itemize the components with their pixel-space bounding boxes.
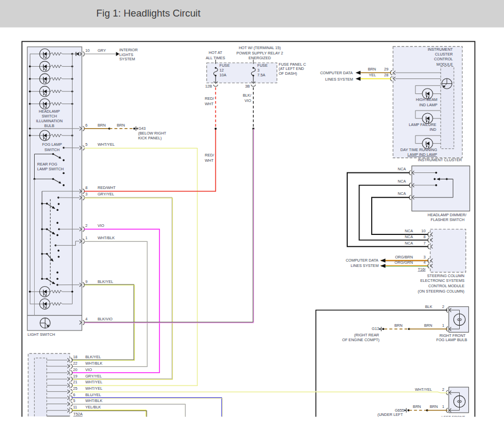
svg-text:4: 4 — [423, 260, 426, 265]
svg-text:WHT: WHT — [205, 158, 214, 163]
svg-text:BRN: BRN — [430, 404, 438, 409]
svg-text:20: 20 — [73, 367, 77, 372]
svg-text:21: 21 — [73, 380, 77, 384]
svg-text:10: 10 — [85, 48, 90, 53]
svg-text:BLK/VIO: BLK/VIO — [98, 317, 113, 321]
svg-text:YEL: YEL — [369, 73, 376, 77]
svg-text:BLK/: BLK/ — [243, 93, 251, 98]
svg-text:MODULE: MODULE — [436, 62, 453, 67]
svg-text:HEADLAMP: HEADLAMP — [39, 109, 60, 114]
svg-text:NCA: NCA — [398, 167, 406, 171]
svg-text:WHT/YEL: WHT/YEL — [85, 380, 102, 384]
svg-text:RED/: RED/ — [205, 153, 214, 158]
svg-text:(UNDER LEFT: (UNDER LEFT — [378, 412, 403, 417]
svg-text:3: 3 — [85, 192, 87, 196]
svg-text:HOT W/ (TERMINAL 15): HOT W/ (TERMINAL 15) — [239, 45, 281, 50]
svg-text:OF DASH): OF DASH) — [279, 71, 297, 76]
svg-text:BULB: BULB — [44, 123, 54, 128]
svg-text:6: 6 — [73, 392, 75, 397]
svg-text:19: 19 — [73, 374, 77, 379]
svg-text:2: 2 — [85, 223, 87, 228]
svg-text:ENERGIZED: ENERGIZED — [249, 56, 271, 60]
svg-text:FUSE: FUSE — [220, 63, 230, 68]
svg-text:INTERIOR: INTERIOR — [119, 48, 138, 52]
svg-text:FLASHER SWITCH: FLASHER SWITCH — [431, 217, 465, 222]
svg-text:GRY: GRY — [98, 48, 106, 53]
svg-text:3: 3 — [258, 68, 260, 73]
svg-text:NCA: NCA — [398, 191, 406, 196]
svg-text:7: 7 — [423, 241, 426, 246]
svg-text:28: 28 — [384, 73, 388, 77]
svg-text:GRY/YEL: GRY/YEL — [85, 374, 102, 379]
svg-text:29: 29 — [384, 67, 388, 72]
svg-text:INSTRUMENT: INSTRUMENT — [428, 47, 453, 52]
svg-text:NCA: NCA — [405, 234, 413, 239]
svg-text:DAY TIME RUNNING: DAY TIME RUNNING — [401, 147, 437, 152]
svg-text:25: 25 — [73, 386, 77, 391]
svg-text:ORG/BRN: ORG/BRN — [395, 255, 413, 259]
svg-text:NCA: NCA — [398, 179, 406, 184]
svg-text:LAMP IND LAMP: LAMP IND LAMP — [407, 152, 437, 157]
svg-text:WHT: WHT — [205, 101, 214, 106]
svg-text:RED/WHT: RED/WHT — [98, 185, 116, 190]
svg-text:LINES SYSTEM: LINES SYSTEM — [325, 77, 353, 82]
svg-text:VIO: VIO — [98, 223, 105, 228]
svg-text:LAMP SWITCH: LAMP SWITCH — [37, 167, 64, 171]
svg-text:ELECTRONIC SYSTEMS: ELECTRONIC SYSTEMS — [420, 278, 465, 283]
svg-text:12: 12 — [220, 68, 224, 73]
svg-text:11: 11 — [73, 405, 77, 410]
svg-text:BRN: BRN — [98, 123, 106, 128]
svg-text:BRN: BRN — [413, 404, 421, 409]
svg-text:RED/: RED/ — [205, 96, 214, 101]
svg-text:BRN: BRN — [117, 123, 125, 128]
svg-text:8: 8 — [423, 234, 426, 239]
svg-text:FUSE: FUSE — [258, 63, 268, 68]
svg-text:BLK: BLK — [425, 304, 433, 309]
svg-text:YEL/BLK: YEL/BLK — [85, 405, 101, 410]
svg-text:WHT/YEL: WHT/YEL — [98, 142, 115, 147]
svg-text:NCA: NCA — [405, 229, 413, 233]
svg-text:HOT AT: HOT AT — [209, 50, 222, 55]
svg-text:KICK PANEL): KICK PANEL) — [138, 136, 162, 140]
svg-text:BLU/YEL: BLU/YEL — [85, 392, 101, 397]
svg-text:18: 18 — [73, 355, 77, 359]
svg-text:VIO: VIO — [85, 367, 92, 372]
svg-text:FOG LAMP BULB: FOG LAMP BULB — [436, 337, 467, 342]
svg-text:FOG LAMP: FOG LAMP — [42, 142, 62, 147]
svg-text:WHT/YEL: WHT/YEL — [415, 387, 432, 392]
svg-text:(ON STEERING COLUMN): (ON STEERING COLUMN) — [418, 289, 464, 294]
svg-text:WHT/BLK: WHT/BLK — [85, 361, 102, 366]
svg-text:BLK/YEL: BLK/YEL — [85, 355, 101, 359]
svg-text:CLUSTER: CLUSTER — [435, 52, 453, 57]
svg-text:WHT/BLK: WHT/BLK — [98, 235, 115, 240]
svg-text:LIGHT SWITCH: LIGHT SWITCH — [28, 332, 55, 337]
svg-text:ORG/GRN: ORG/GRN — [395, 260, 413, 265]
svg-text:NCA: NCA — [405, 241, 413, 246]
svg-text:CONTROL: CONTROL — [434, 57, 453, 61]
svg-text:4: 4 — [85, 317, 87, 321]
svg-text:IND: IND — [430, 127, 436, 132]
svg-text:1: 1 — [442, 323, 444, 328]
svg-text:VIO: VIO — [245, 98, 252, 103]
svg-text:1: 1 — [85, 235, 87, 240]
svg-text:WHT/BLK: WHT/BLK — [85, 398, 102, 403]
svg-text:10A: 10A — [220, 73, 227, 77]
svg-text:INSTRUMENT CLUSTER: INSTRUMENT CLUSTER — [418, 158, 462, 162]
svg-text:POWER SUPPLY RELAY 2: POWER SUPPLY RELAY 2 — [236, 51, 283, 56]
svg-text:GRY/YEL: GRY/YEL — [98, 192, 114, 196]
svg-text:10: 10 — [421, 229, 426, 233]
svg-text:ALL TIMES: ALL TIMES — [206, 56, 226, 60]
svg-text:7.5A: 7.5A — [258, 73, 266, 77]
svg-text:SWITCH: SWITCH — [42, 114, 57, 119]
svg-text:T16I: T16I — [418, 267, 425, 272]
svg-text:BRN: BRN — [395, 323, 403, 328]
svg-text:HIGH BEAM: HIGH BEAM — [416, 97, 437, 102]
svg-text:LAMP FAILURE: LAMP FAILURE — [409, 122, 437, 127]
svg-text:IND LAMP: IND LAMP — [419, 103, 437, 107]
svg-text:12B: 12B — [205, 84, 212, 89]
svg-text:BLK/YEL: BLK/YEL — [98, 279, 113, 284]
svg-text:G13: G13 — [372, 326, 379, 331]
svg-text:ILLUMINATION: ILLUMINATION — [36, 119, 63, 123]
svg-text:Fig 1: Headlights Circuit: Fig 1: Headlights Circuit — [97, 7, 201, 19]
svg-text:2: 2 — [442, 387, 444, 392]
